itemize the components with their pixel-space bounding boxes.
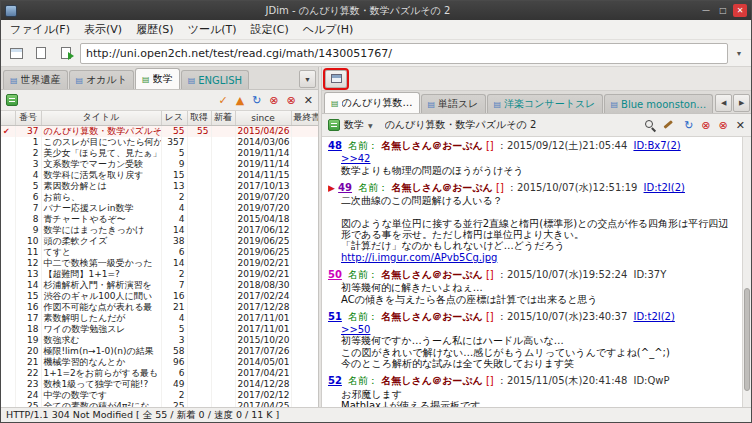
board-tab-menu-button[interactable]: ▼	[299, 70, 316, 88]
menu-item[interactable]: ツール(T)	[181, 20, 244, 39]
thread-row[interactable]: 8 青チャートやるぞ〜 4 2015/04/18	[1, 214, 318, 225]
board-tab[interactable]: ▤ 数学	[135, 68, 180, 89]
minimize-button[interactable]: —	[699, 4, 713, 17]
post-number-link[interactable]: 50	[328, 269, 342, 280]
col-since[interactable]: since	[235, 111, 291, 125]
post-name[interactable]: 名無しさん＠おーぷん	[381, 375, 482, 386]
search-icon[interactable]	[644, 119, 656, 131]
thread-row[interactable]: 14 杉浦解析入門・解析演習を 7 2018/08/30	[1, 280, 318, 291]
col-new[interactable]: 新着	[211, 111, 235, 125]
post-number-link[interactable]: 48	[328, 140, 342, 151]
post-id[interactable]: ID:QwP	[633, 375, 669, 386]
menu-item[interactable]: 設定(C)	[243, 20, 295, 39]
stop-icon[interactable]: ⊗	[701, 120, 710, 131]
post-line	[341, 206, 736, 217]
titlebar[interactable]: JDim - のんびり算数・数学パズルその 2 — □ ✕	[1, 1, 751, 20]
post-number-link[interactable]: 51	[328, 311, 342, 322]
menu-item[interactable]: 表示(V)	[77, 20, 129, 39]
maximize-button[interactable]: □	[716, 4, 730, 17]
scrollbar[interactable]	[742, 137, 751, 407]
thread-row[interactable]: 1 このスレが目についたら何か 357 2014/03/06	[1, 137, 318, 148]
thread-tab[interactable]: ▤ Blue moonston…	[604, 94, 714, 113]
thread-row[interactable]: 15 渋谷のギャル100人に聞い 16 2017/02/24	[1, 291, 318, 302]
thread-row[interactable]: 24 中学の数学です 2 2017/02/12	[1, 390, 318, 401]
thread-row[interactable]: 22 1+1=2をお前らがする最も 6 2017/04/21	[1, 368, 318, 379]
write-icon[interactable]	[664, 119, 676, 131]
res-count: 49	[161, 379, 187, 390]
post-number-link[interactable]: 49	[338, 182, 352, 193]
post-id[interactable]: ID:Bx7(2)	[633, 140, 680, 151]
thread-row[interactable]: 6 お前ら、 2 2019/07/20	[1, 192, 318, 203]
stop-icon[interactable]: ⊗	[269, 95, 278, 106]
board-list-button[interactable]	[5, 43, 27, 64]
post-name[interactable]: 名無しさん＠おーぷん	[381, 140, 482, 151]
close-tab-icon[interactable]: ✕	[304, 95, 313, 106]
close-tab-icon[interactable]: ✕	[736, 120, 745, 131]
board-tab[interactable]: ▤ オカルト	[69, 70, 135, 89]
thread-row[interactable]: 7 バナー応援スレin数学 4 2019/07/20	[1, 203, 318, 214]
tab-scroll-right-button[interactable]: ▶	[733, 94, 750, 112]
post-id[interactable]: ID:t2I(2)	[644, 182, 685, 193]
new-count	[211, 125, 235, 137]
col-res[interactable]: レス	[161, 111, 187, 125]
board-tab[interactable]: ▤ 世界遺産	[3, 70, 68, 89]
menu-item[interactable]: ファイル(F)	[3, 20, 77, 39]
post-name[interactable]: 名無しさん＠おーぷん	[391, 182, 492, 193]
open-url-button[interactable]	[55, 43, 77, 64]
thread-row[interactable]: 12 中二で数検第一級受かった 14 2019/02/21	[1, 258, 318, 269]
reload-icon[interactable]: ↻	[684, 120, 693, 131]
delete-icon[interactable]: ⊗	[719, 120, 728, 131]
thread-row[interactable]: 3 文系数学でマーカン受験 9 2019/11/14	[1, 159, 318, 170]
thread-row[interactable]: 9 数学にはまったきっかけ 14 2017/06/12	[1, 225, 318, 236]
tab-scroll-left-button[interactable]: ◀	[715, 94, 732, 112]
got-count	[187, 137, 211, 148]
close-button[interactable]: ✕	[733, 4, 747, 17]
thread-row[interactable]: 5 素因数分解とは 13 2017/10/13	[1, 181, 318, 192]
post-name[interactable]: 名無しさん＠おーぷん	[381, 311, 482, 322]
menu-item[interactable]: ヘルプ(H)	[296, 20, 361, 39]
board-name-label[interactable]: 数学	[344, 118, 364, 132]
scrollbar-thumb[interactable]	[744, 288, 750, 391]
app-window: JDim - のんびり算数・数学パズルその 2 — □ ✕ ファイル(F) 表示…	[0, 0, 752, 423]
menu-item[interactable]: 履歴(S)	[129, 20, 181, 39]
url-input[interactable]	[80, 43, 728, 64]
post-id[interactable]: ID:t2I(2)	[633, 311, 674, 322]
thread-tab[interactable]: ▤ のんびり算数…	[324, 92, 420, 113]
col-mark[interactable]	[1, 111, 15, 125]
post-id[interactable]: ID:37Y	[633, 269, 666, 280]
col-number[interactable]: 番号	[15, 111, 41, 125]
scroll-top-icon[interactable]: ▲	[236, 95, 244, 106]
reload-icon[interactable]: ↻	[252, 95, 261, 106]
thread-list-button[interactable]	[30, 43, 52, 64]
thread-tab[interactable]: ▤ 単語スレ	[421, 94, 486, 113]
col-title[interactable]: タイトル	[41, 111, 161, 125]
thread-row[interactable]: 16 作図不可能な点が表れる最 21 2017/12/28	[1, 302, 318, 313]
thread-row[interactable]: 20 極限!lim(n→1-0)(n)の結果 58 2017/07/26	[1, 346, 318, 357]
thread-row[interactable]: 10 頭の柔軟クイズ 38 2019/06/25	[1, 236, 318, 247]
post-name[interactable]: 名無しさん＠おーぷん	[381, 269, 482, 280]
last-write	[291, 236, 318, 247]
chevron-down-icon[interactable]: ▼	[368, 122, 373, 129]
thread-row[interactable]: 19 数強求む 3 2015/10/20	[1, 335, 318, 346]
thread-row[interactable]: 23 数検1級って独学で可能!? 49 2014/12/28	[1, 379, 318, 390]
col-got[interactable]: 取得	[187, 111, 211, 125]
thread-row[interactable]: 21 機械学習的なんとか 96 2014/05/01	[1, 357, 318, 368]
thread-row[interactable]: 17 素数解明したんだが 4 2017/11/01	[1, 313, 318, 324]
post-number-link[interactable]: 52	[328, 375, 342, 386]
view-toggle-button[interactable]	[325, 70, 347, 88]
res-count: 6	[161, 368, 187, 379]
thread-row[interactable]: 2 美少女「ほら見て、見たぁ」 5 2019/11/14	[1, 148, 318, 159]
thread-row[interactable]: 4 数学科に活気を取り戻す 15 2014/11/15	[1, 170, 318, 181]
thread-tab[interactable]: ▤ 洋楽コンサートスレ	[487, 94, 603, 113]
col-last-write[interactable]: 最終書込	[291, 111, 318, 125]
mark-read-icon[interactable]: ✓	[218, 95, 227, 106]
delete-icon[interactable]: ⊗	[287, 95, 296, 106]
thread-row[interactable]: ✔ 37 のんびり算数・数学パズルその 55 55 2015/04/26	[1, 125, 318, 137]
url-dropdown-button[interactable]: ▼	[731, 43, 747, 64]
new-count	[211, 258, 235, 269]
thread-row[interactable]: 11 てすと 6 2019/06/25	[1, 247, 318, 258]
thread-row[interactable]: 18 ワイの数学勉強スレ 5 2017/11/01	[1, 324, 318, 335]
thread-number: 8	[15, 214, 41, 225]
thread-row[interactable]: 13 【超難問】1+1=? 2 2019/02/21	[1, 269, 318, 280]
board-tab[interactable]: ▤ ENGLISH	[181, 70, 250, 89]
